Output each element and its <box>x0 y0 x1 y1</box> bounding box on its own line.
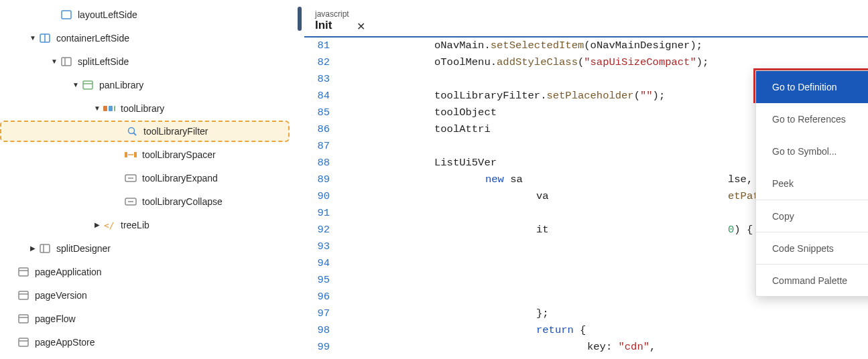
split-gray-icon <box>39 242 51 255</box>
toolbar-multi-icon <box>103 102 115 115</box>
panel-green-icon <box>82 79 94 91</box>
ctx-copy[interactable]: Copy <box>756 200 868 232</box>
tree-item-label: toolLibraryCollapse <box>142 196 223 207</box>
svg-rect-9 <box>114 106 115 111</box>
line-number: 83 <box>304 71 330 88</box>
page-gray-icon <box>17 313 29 325</box>
tree-item-pageFlow[interactable]: pageFlow <box>0 307 295 330</box>
tree-item-label: pageVersion <box>35 290 87 301</box>
tree-item-label: treeLib <box>121 220 149 230</box>
spacer-orange-icon <box>125 149 137 161</box>
svg-rect-7 <box>103 106 107 111</box>
ctx-item-label: Copy <box>772 211 794 222</box>
tree-item-layoutLeftSide[interactable]: layoutLeftSide <box>0 3 295 26</box>
chevron-down-icon[interactable]: ▼ <box>48 58 60 65</box>
tree-item-toolLibraryExpand[interactable]: toolLibraryExpand <box>0 166 295 190</box>
chevron-down-icon[interactable]: ▼ <box>91 104 103 112</box>
tree-item-label: toolLibrary <box>121 103 164 114</box>
chevron-right-icon[interactable]: ▶ <box>27 244 39 252</box>
tree-item-toolLibraryCollapse[interactable]: toolLibraryCollapse <box>0 190 295 213</box>
ctx-item-label: Peek <box>772 178 794 189</box>
tree-item-label: pageFlow <box>35 313 76 324</box>
tree-item-label: panLibrary <box>99 80 143 90</box>
split-gray-icon <box>60 56 72 68</box>
tree-item-label: pageApplication <box>35 267 102 277</box>
tree-item-label: toolLibrarySpacer <box>142 149 216 160</box>
tree-item-toolLibrary[interactable]: ▼ toolLibrary <box>0 96 295 120</box>
line-number: 85 <box>304 104 330 121</box>
line-number: 94 <box>304 255 330 272</box>
ctx-go-to-references[interactable]: Go to ReferencesShift+F12 <box>756 103 868 135</box>
svg-rect-24 <box>19 291 28 299</box>
code-line[interactable]: oToolMenu.addStyleClass("sapUiSizeCompac… <box>342 54 868 71</box>
splitter[interactable] <box>295 0 304 359</box>
tree-item-splitLeftSide[interactable]: ▼ splitLeftSide <box>0 50 295 73</box>
button-gray-icon <box>125 172 137 184</box>
svg-rect-3 <box>62 58 71 66</box>
svg-rect-22 <box>19 268 28 276</box>
code-line[interactable]: }; <box>342 305 868 322</box>
page-gray-icon <box>17 289 29 301</box>
chevron-down-icon[interactable]: ▼ <box>27 34 39 42</box>
line-number: 97 <box>304 305 330 322</box>
tab-init[interactable]: javascript Init ✕ <box>308 7 356 36</box>
line-number: 96 <box>304 289 330 305</box>
tree-item-treeLib[interactable]: ▶ </> treeLib <box>0 213 295 236</box>
tree-item-splitDesigner[interactable]: ▶ splitDesigner <box>0 236 295 260</box>
tab-strip: javascript Init ✕ <box>304 0 868 38</box>
chevron-right-icon[interactable]: ▶ <box>91 221 103 228</box>
code-editor: javascript Init ✕ 8182838485868788899091… <box>304 0 868 359</box>
line-number: 86 <box>304 121 330 138</box>
tree-item-label: pageAppStore <box>35 337 95 348</box>
tree-item-toolLibraryFilter[interactable]: toolLibraryFilter <box>0 121 290 142</box>
tree-item-label: toolLibraryFilter <box>143 126 208 137</box>
ctx-code-snippets[interactable]: Code Snippets <box>756 232 868 264</box>
tree-item-pageAppStore[interactable]: pageAppStore <box>0 330 295 354</box>
tab-language: javascript <box>315 9 349 19</box>
splitter-handle-icon[interactable] <box>298 7 302 31</box>
line-number: 82 <box>304 54 330 71</box>
code-line[interactable]: key: "cdn", <box>342 339 868 356</box>
ctx-command-palette[interactable]: Command PaletteF1 <box>756 264 868 296</box>
tree-item-label: splitDesigner <box>56 243 111 254</box>
code-line[interactable]: oNavMain.setSelectedItem(oNavMainDesigne… <box>342 38 868 54</box>
tree-sidebar[interactable]: layoutLeftSide ▼ containerLeftSide ▼ spl… <box>0 0 295 359</box>
svg-rect-20 <box>40 244 50 253</box>
svg-text:</>: </> <box>104 220 115 230</box>
page-gray-icon <box>17 266 29 278</box>
tree-item-panLibrary[interactable]: ▼ panLibrary <box>0 73 295 96</box>
svg-point-10 <box>129 128 135 134</box>
context-menu[interactable]: Go to DefinitionCtrl+F12Go to References… <box>755 70 868 297</box>
ctx-peek[interactable]: Peek❯ <box>756 167 868 200</box>
line-number: 90 <box>304 188 330 205</box>
tree-item-pageApplication[interactable]: pageApplication <box>0 260 295 283</box>
line-number: 81 <box>304 38 330 54</box>
search-blue-icon <box>126 125 138 137</box>
ctx-go-to-symbol[interactable]: Go to Symbol...Ctrl+Shift+O <box>756 135 868 167</box>
code-line[interactable]: return { <box>342 322 868 339</box>
tree-item-toolLibrarySpacer[interactable]: toolLibrarySpacer <box>0 143 295 166</box>
tree-item-pageVersion[interactable]: pageVersion <box>0 283 295 307</box>
ctx-item-label: Go to Symbol... <box>772 146 836 157</box>
ctx-item-label: Command Palette <box>772 275 847 286</box>
tree-item-label: splitLeftSide <box>78 56 129 67</box>
chevron-down-icon[interactable]: ▼ <box>70 81 82 88</box>
line-number: 88 <box>304 155 330 171</box>
code-orange-icon: </> <box>103 219 115 231</box>
ctx-item-label: Code Snippets <box>772 243 834 254</box>
line-number: 92 <box>304 222 330 238</box>
ctx-go-to-definition[interactable]: Go to DefinitionCtrl+F12 <box>756 71 868 103</box>
line-number: 87 <box>304 138 330 155</box>
line-number: 95 <box>304 272 330 289</box>
tree-item-label: layoutLeftSide <box>78 9 137 20</box>
line-number: 98 <box>304 322 330 339</box>
close-icon[interactable]: ✕ <box>357 20 365 33</box>
line-number: 84 <box>304 88 330 104</box>
svg-line-11 <box>134 133 137 136</box>
line-number: 89 <box>304 171 330 188</box>
tree-item-containerLeftSide[interactable]: ▼ containerLeftSide <box>0 26 295 50</box>
svg-rect-8 <box>109 106 113 111</box>
ctx-item-label: Go to Definition <box>772 82 837 92</box>
columns-blue-icon <box>39 32 51 44</box>
svg-rect-12 <box>125 152 127 157</box>
